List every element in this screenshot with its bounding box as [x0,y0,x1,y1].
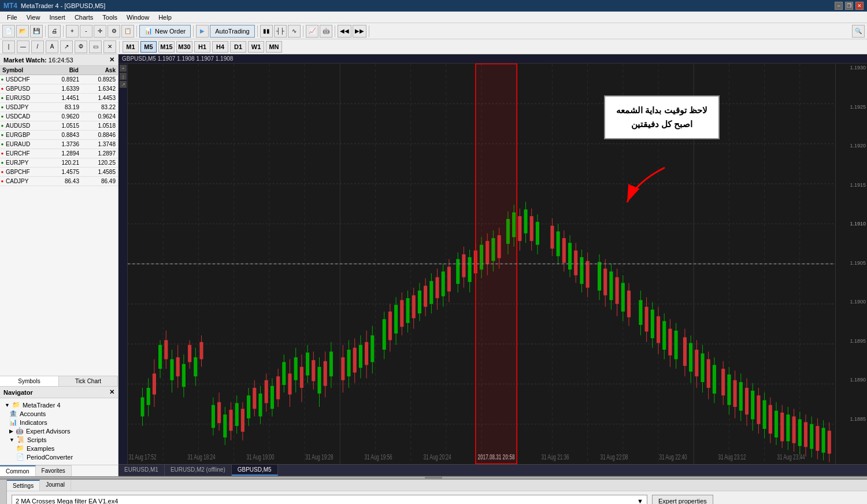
chart-tab-gbpusd-m5[interactable]: GBPUSD,M5 [232,465,278,476]
direction-icon: ● [0,168,5,176]
experts-button[interactable]: 🤖 [320,25,332,38]
arrow-button[interactable]: ↗ [60,40,73,53]
navigator-close-icon[interactable]: ✕ [109,388,114,396]
navigator-item-indicators[interactable]: 📊 Indicators [0,418,118,427]
zoom-out-button[interactable]: - [80,25,92,38]
timeframe-w1[interactable]: W1 [248,41,264,53]
tab-favorites[interactable]: Favorites [36,465,72,476]
search-button[interactable]: 🔍 [852,25,865,38]
scroll-right-button[interactable]: ▶▶ [353,25,366,38]
bar-chart-button[interactable]: ▮▮ [260,25,273,38]
svg-rect-212 [727,375,731,405]
line-tool[interactable]: | [120,73,127,80]
arrow-tool[interactable]: ↗ [120,81,127,88]
timeframe-m30[interactable]: M30 [176,41,192,53]
template-button[interactable]: 📋 [121,25,134,38]
list-item[interactable]: ● EURAUD 1.3736 1.3748 [0,140,118,149]
list-item[interactable]: ● EURUSD 1.4451 1.4453 [0,94,118,103]
new-order-button[interactable]: 📊 New Order [139,25,191,38]
tab-common[interactable]: Common [0,465,36,476]
list-item[interactable]: ● EURGBP 0.8843 0.8846 [0,131,118,140]
text-button[interactable]: A [46,40,58,53]
open-button[interactable]: 📂 [16,25,29,38]
close-button[interactable]: ✕ [855,2,864,10]
auto-trading-icon[interactable]: ▶ [196,25,209,38]
direction-icon: ● [0,112,5,121]
navigator-item-scripts[interactable]: ▼ 📜 Scripts [0,435,118,444]
timeframe-m1[interactable]: M1 [123,41,139,53]
timeframe-h4[interactable]: H4 [212,41,228,53]
expert-properties-button[interactable]: Expert properties [652,495,713,504]
examples-label: Examples [27,445,54,452]
tab-settings[interactable]: Settings [7,480,40,491]
crosshair-button[interactable]: ✛ [94,25,106,38]
list-item[interactable]: ● GBPCHF 1.4575 1.4585 [0,168,118,177]
bid-cell: 120.21 [45,158,81,167]
market-watch-table: Symbol Bid Ask ● USDCHF 0.8921 0.8925 ● … [0,66,118,376]
auto-trading-button[interactable]: AutoTrading [210,25,255,38]
list-item[interactable]: ● USDCHF 0.8921 0.8925 [0,75,118,84]
tab-journal[interactable]: Journal [40,480,71,491]
window-controls[interactable]: − ❐ ✕ [835,2,864,10]
timeframe-mn[interactable]: MN [266,41,282,53]
navigator-item-metatrader4[interactable]: ▼ 📁 MetaTrader 4 [0,401,118,409]
fib-button[interactable]: Φ [75,40,87,53]
save-button[interactable]: 💾 [30,25,43,38]
candle-chart-button[interactable]: ┤├ [274,25,287,38]
navigator-item-accounts[interactable]: 🏦 Accounts [0,409,118,418]
properties-button[interactable]: ⚙ [108,25,120,38]
timeframe-h1[interactable]: H1 [194,41,210,53]
tree-expand-icon2: ▶ [9,428,13,434]
menu-help[interactable]: Help [154,13,176,22]
ea-dropdown[interactable]: 2 MA Crosses Mega filter EA V1.ex4 ▼ [12,495,647,504]
chart-tab-eurusd-m2[interactable]: EURUSD,M2 (offline) [165,465,232,476]
list-item[interactable]: ● GBPUSD 1.6339 1.6342 [0,84,118,94]
timeframe-m15[interactable]: M15 [158,41,175,53]
list-item[interactable]: ● CADJPY 86.43 86.49 [0,177,118,186]
zoom-in-button[interactable]: + [66,25,79,38]
print-button[interactable]: 🖨 [48,25,61,38]
tab-symbols[interactable]: Symbols [0,376,59,386]
navigator-item-expert-advisors[interactable]: ▶ 🤖 Expert Advisors [0,427,118,435]
list-item[interactable]: ● USDCAD 0.9620 0.9624 [0,112,118,121]
chart-tab-eurusd-m1[interactable]: EURUSD,M1 [118,465,165,476]
minimize-button[interactable]: − [835,2,843,10]
market-watch-close-icon[interactable]: ✕ [109,56,114,64]
indicators-button[interactable]: 📈 [306,25,318,38]
direction-icon: ● [0,75,5,84]
tab-tick-chart[interactable]: Tick Chart [59,376,118,386]
svg-rect-104 [370,335,374,362]
market-watch-title: Market Watch: 16:24:53 [3,57,73,64]
svg-rect-238 [804,422,807,447]
chart-canvas[interactable]: 31 Aug 17:52 31 Aug 18:24 31 Aug 19:00 3… [128,64,835,464]
timeframe-m5[interactable]: M5 [140,41,157,53]
menu-file[interactable]: File [2,13,22,22]
restore-button[interactable]: ❐ [845,2,853,10]
list-item[interactable]: ● EURCHF 1.2894 1.2897 [0,149,118,158]
svg-rect-96 [347,350,350,376]
trend-line-button[interactable]: / [31,40,44,53]
list-item[interactable]: ● EURJPY 120.21 120.25 [0,158,118,168]
bid-cell: 83.19 [45,103,81,112]
list-item[interactable]: ● USDJPY 83.19 83.22 [0,103,118,112]
rectangle-button[interactable]: ▭ [89,40,102,53]
menu-tools[interactable]: Tools [98,13,122,22]
svg-rect-70 [265,380,268,403]
vert-line-button[interactable]: | [2,40,15,53]
navigator-item-period-converter[interactable]: 📄 PeriodConverter [0,453,118,461]
line-chart-button[interactable]: ∿ [288,25,301,38]
crosshair-tool[interactable]: + [120,65,127,72]
timeframe-d1[interactable]: D1 [230,41,246,53]
scroll-left-button[interactable]: ◀◀ [338,25,351,38]
menu-window[interactable]: Window [122,13,154,22]
ea-label: Expert Advisors [26,428,70,435]
annotation-arrow [618,165,676,212]
menu-charts[interactable]: Charts [70,13,98,22]
horz-line-button[interactable]: — [17,40,29,53]
new-chart-button[interactable]: 📄 [2,25,15,38]
delete-object-button[interactable]: ✕ [103,40,116,53]
list-item[interactable]: ● AUDUSD 1.0515 1.0518 [0,121,118,131]
menu-view[interactable]: View [22,13,45,22]
navigator-item-examples[interactable]: 📁 Examples [0,444,118,453]
menu-insert[interactable]: Insert [45,13,70,22]
